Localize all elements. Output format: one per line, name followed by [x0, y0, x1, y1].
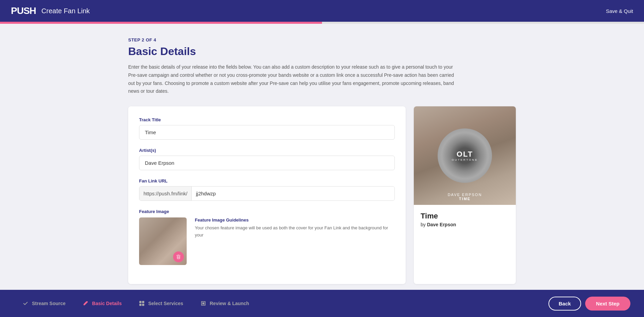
preview-album-art: OLT OUTERTONE DAVE ERPSON TIME: [414, 106, 516, 205]
nav-step-basic-details-label: Basic Details: [92, 301, 122, 306]
svg-rect-1: [142, 301, 144, 303]
grid-svg: [139, 300, 145, 306]
nav-step-stream-source[interactable]: Stream Source: [14, 300, 74, 307]
check-icon: [22, 300, 29, 307]
rocket-icon: [200, 300, 207, 307]
preview-album-title: TIME: [448, 197, 482, 201]
artists-input[interactable]: [139, 156, 395, 170]
app-header: PUSH Create Fan Link Save & Quit: [0, 0, 644, 22]
preview-info: Time by Dave Erpson: [414, 205, 516, 233]
page-description: Enter the basic details of your release …: [128, 63, 455, 95]
svg-rect-3: [142, 304, 144, 306]
preview-artist: by Dave Erpson: [421, 222, 509, 227]
track-title-group: Track Title: [139, 117, 395, 140]
edit-icon: [82, 300, 89, 307]
preview-track-title: Time: [421, 212, 509, 221]
preview-logo-sub: OUTERTONE: [452, 158, 478, 161]
nav-step-review-launch-label: Review & Launch: [210, 301, 249, 306]
nav-steps: Stream Source Basic Details Select Servi…: [14, 300, 257, 307]
feature-image-label: Feature Image: [139, 209, 395, 214]
fan-link-suffix-input[interactable]: [192, 187, 394, 200]
fan-link-url-label: Fan Link URL: [139, 178, 395, 183]
checkmark-svg: [22, 300, 29, 306]
preview-circle: OLT OUTERTONE: [438, 128, 492, 183]
nav-step-stream-source-label: Stream Source: [32, 301, 66, 306]
nav-step-select-services[interactable]: Select Services: [130, 300, 191, 307]
track-title-label: Track Title: [139, 117, 395, 122]
svg-rect-2: [139, 304, 141, 306]
feature-image-thumb: [139, 217, 187, 265]
image-guidelines: Feature Image Guidelines Your chosen fea…: [195, 217, 395, 239]
preview-logo-text: OLT: [452, 150, 478, 158]
nav-step-basic-details[interactable]: Basic Details: [74, 300, 130, 307]
preview-card: OLT OUTERTONE DAVE ERPSON TIME Time by D…: [414, 106, 516, 284]
feature-image-group: Feature Image F: [139, 209, 395, 265]
grid-icon: [138, 300, 146, 307]
svg-rect-0: [139, 301, 141, 303]
artists-group: Artist(s): [139, 148, 395, 170]
page-title: Basic Details: [128, 45, 516, 58]
nav-step-review-launch[interactable]: Review & Launch: [191, 300, 257, 307]
delete-image-button[interactable]: [173, 251, 184, 262]
preview-album-artist: DAVE ERPSON: [448, 193, 482, 197]
artists-label: Artist(s): [139, 148, 395, 153]
fan-link-input-wrapper: https://push.fm/link/: [139, 186, 395, 201]
page-header-title: Create Fan Link: [41, 7, 90, 15]
preview-artist-name: Dave Erpson: [427, 222, 456, 227]
trash-icon: [176, 254, 181, 259]
track-title-input[interactable]: [139, 125, 395, 140]
feature-image-row: Feature Image Guidelines Your chosen fea…: [139, 217, 395, 265]
footer-nav: Stream Source Basic Details Select Servi…: [0, 290, 644, 317]
content-grid: Track Title Artist(s) Fan Link URL https…: [128, 106, 516, 284]
image-guidelines-title: Feature Image Guidelines: [195, 217, 395, 223]
form-card: Track Title Artist(s) Fan Link URL https…: [128, 106, 406, 284]
fan-link-prefix: https://push.fm/link/: [139, 187, 192, 200]
fan-link-url-group: Fan Link URL https://push.fm/link/: [139, 178, 395, 201]
header-left: PUSH Create Fan Link: [11, 5, 90, 16]
preview-album-label: DAVE ERPSON TIME: [448, 193, 482, 201]
next-step-button[interactable]: Next Step: [585, 297, 630, 311]
edit-svg: [83, 300, 89, 306]
step-label: STEP 2 OF 4: [128, 37, 516, 42]
back-button[interactable]: Back: [548, 297, 581, 311]
image-guidelines-text: Your chosen feature image will be used a…: [195, 225, 395, 239]
nav-buttons: Back Next Step: [548, 297, 630, 311]
main-content: STEP 2 OF 4 Basic Details Enter the basi…: [101, 24, 543, 317]
app-logo: PUSH: [11, 5, 36, 16]
preview-artist-prefix: by: [421, 222, 426, 227]
rocket-svg: [200, 300, 206, 306]
nav-step-select-services-label: Select Services: [148, 301, 183, 306]
save-quit-button[interactable]: Save & Quit: [606, 8, 633, 14]
